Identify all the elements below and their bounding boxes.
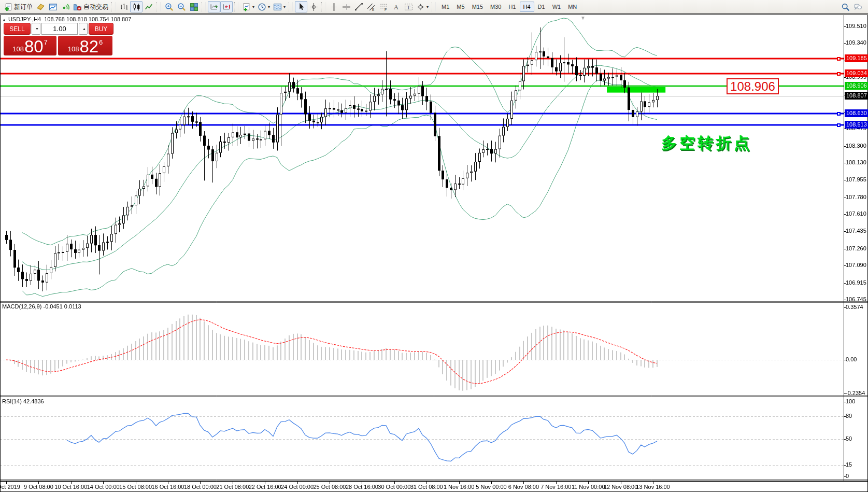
time-axis-label: 16 Oct 16:00 bbox=[152, 484, 184, 490]
autotrading-label: 自动交易 bbox=[83, 3, 108, 11]
toolbar-separator bbox=[156, 2, 161, 11]
chart-shift-icon bbox=[222, 3, 231, 11]
line-chart-button[interactable] bbox=[143, 1, 155, 12]
timeframe-H1[interactable]: H1 bbox=[505, 2, 519, 12]
timeframe-MN[interactable]: MN bbox=[564, 2, 580, 12]
search-button[interactable] bbox=[839, 1, 851, 12]
candlestick-icon bbox=[132, 3, 141, 11]
volume-input[interactable]: 1.00 bbox=[41, 23, 78, 35]
eraser-button[interactable] bbox=[34, 1, 47, 12]
toolbar-separator bbox=[321, 2, 325, 11]
collapse-triangle-icon[interactable]: ▲ bbox=[2, 18, 6, 22]
timeframe-D1[interactable]: D1 bbox=[534, 2, 549, 12]
zoom-in-button[interactable] bbox=[163, 1, 175, 12]
bar-chart-icon bbox=[120, 3, 129, 11]
time-axis-label: 12 Nov 08:00 bbox=[604, 484, 637, 490]
symbol-timeframe-label: USDJPY-,H4 bbox=[8, 16, 41, 22]
chart-window-button[interactable] bbox=[47, 1, 59, 12]
autotrading-button[interactable]: 自动交易 bbox=[72, 1, 110, 12]
text-button[interactable]: A bbox=[390, 1, 402, 12]
buy-price-display[interactable]: 108 82 6 bbox=[58, 36, 112, 55]
time-axis-label: 21 Oct 08:00 bbox=[216, 484, 249, 490]
timeframe-M15[interactable]: M15 bbox=[468, 2, 487, 12]
cursor-icon bbox=[297, 3, 306, 11]
vertical-line-icon bbox=[330, 3, 338, 11]
trendline-button[interactable] bbox=[352, 1, 365, 12]
timeframe-H4[interactable]: H4 bbox=[520, 2, 534, 12]
timeframe-M1[interactable]: M1 bbox=[438, 2, 453, 12]
auto-scroll-button[interactable] bbox=[208, 1, 220, 12]
chart-window-icon bbox=[49, 3, 58, 11]
price-tick-label: 106.745 bbox=[846, 296, 866, 302]
template-button[interactable]: ▾ bbox=[272, 1, 287, 12]
chart-shift-button[interactable] bbox=[220, 1, 233, 12]
macd-tick-label: -0.2354 bbox=[846, 390, 865, 396]
buy-button[interactable]: BUY bbox=[89, 23, 113, 35]
line-chart-icon bbox=[145, 3, 153, 11]
candlestick-button[interactable] bbox=[130, 1, 143, 12]
new-order-button[interactable]: 新订单 bbox=[2, 1, 34, 12]
chart-annotation-text[interactable]: 多空转折点 bbox=[661, 133, 752, 154]
add-indicator-icon bbox=[242, 3, 251, 11]
add-indicator-button[interactable]: ▾ bbox=[240, 1, 256, 12]
ohlc-values: 108.768 108.818 108.754 108.807 bbox=[44, 16, 131, 22]
periods-button[interactable]: ▾ bbox=[256, 1, 272, 12]
sell-price-display[interactable]: 108 80 7 bbox=[4, 36, 56, 55]
price-tick-label: 107.955 bbox=[846, 176, 866, 182]
chevron-down-icon[interactable]: ▾ bbox=[252, 5, 254, 9]
svg-text:T: T bbox=[407, 4, 410, 10]
price-tick-label: 108.300 bbox=[846, 143, 866, 149]
toolbar-right-groups bbox=[839, 0, 866, 13]
cursor-button[interactable] bbox=[295, 1, 307, 12]
price-tick-label: 107.780 bbox=[846, 194, 866, 200]
volume-decrease-button[interactable]: ▼ bbox=[32, 23, 40, 35]
equidistant-channel-button[interactable]: E bbox=[365, 1, 377, 12]
tile-windows-icon bbox=[190, 3, 198, 11]
chevron-down-icon[interactable]: ▾ bbox=[283, 5, 286, 9]
macd-tick-label: 0.00 bbox=[846, 356, 857, 362]
timeframe-W1[interactable]: W1 bbox=[549, 2, 565, 12]
rsi-tick-label: 80 bbox=[846, 413, 852, 419]
arrows-button[interactable]: ▾ bbox=[415, 1, 430, 12]
new-order-icon bbox=[4, 3, 12, 11]
chevron-down-icon[interactable]: ▾ bbox=[268, 5, 270, 9]
sell-price-sup: 7 bbox=[44, 38, 48, 46]
autotrading-icon bbox=[73, 3, 82, 11]
current-price-badge: 108.807 bbox=[845, 92, 868, 100]
fibonacci-button[interactable]: F bbox=[377, 1, 390, 12]
signals-button[interactable] bbox=[59, 1, 72, 12]
rsi-tick-label: 15 bbox=[846, 461, 852, 468]
text-icon: A bbox=[392, 3, 401, 11]
trade-panel-controls: SELL ▼ 1.00 ▲ BUY bbox=[4, 23, 113, 35]
svg-text:F: F bbox=[385, 8, 387, 11]
time-axis-label: 9 Oct 08:00 bbox=[24, 484, 53, 490]
fibonacci-icon: F bbox=[379, 3, 388, 11]
zoom-out-button[interactable] bbox=[175, 1, 188, 12]
timeframe-M5[interactable]: M5 bbox=[453, 2, 468, 12]
search-icon bbox=[841, 3, 850, 11]
time-axis-label: 14 Oct 00:00 bbox=[87, 484, 120, 490]
vertical-line-button[interactable] bbox=[328, 1, 340, 12]
time-axis-label: 7 Nov 16:00 bbox=[540, 484, 571, 490]
time-axis-label: 30 Oct 00:00 bbox=[378, 484, 410, 490]
horizontal-line-button[interactable] bbox=[340, 1, 352, 12]
chart-title: ▲USDJPY-,H4 108.768 108.818 108.754 108.… bbox=[2, 16, 131, 22]
time-axis-label: 28 Oct 16:00 bbox=[346, 484, 378, 490]
time-axis-label: 8 Oct 2019 bbox=[0, 484, 20, 490]
timeframe-M30[interactable]: M30 bbox=[487, 2, 505, 12]
price-tick-label: 109.340 bbox=[846, 39, 866, 46]
price-callout-box[interactable]: 108.906 bbox=[727, 78, 779, 94]
chevron-down-icon[interactable]: ▾ bbox=[426, 5, 429, 9]
tile-windows-button[interactable] bbox=[188, 1, 200, 12]
chart-shift-marker-icon[interactable]: ▼ bbox=[580, 15, 586, 21]
sell-button[interactable]: SELL bbox=[4, 23, 31, 35]
text-label-button[interactable]: T bbox=[402, 1, 415, 12]
volume-increase-button[interactable]: ▲ bbox=[79, 23, 88, 35]
toolbar-separator bbox=[432, 2, 436, 11]
toolbar-left-groups: 新订单自动交易▾▾▾EFAT▾M1M5M15M30H1H4D1W1MN bbox=[2, 0, 839, 13]
crosshair-button[interactable] bbox=[307, 1, 320, 12]
chat-button[interactable] bbox=[851, 1, 864, 12]
bar-chart-button[interactable] bbox=[118, 1, 130, 12]
time-axis-label: 1 Nov 16:00 bbox=[444, 484, 474, 490]
price-tick-label: 107.435 bbox=[846, 228, 866, 234]
